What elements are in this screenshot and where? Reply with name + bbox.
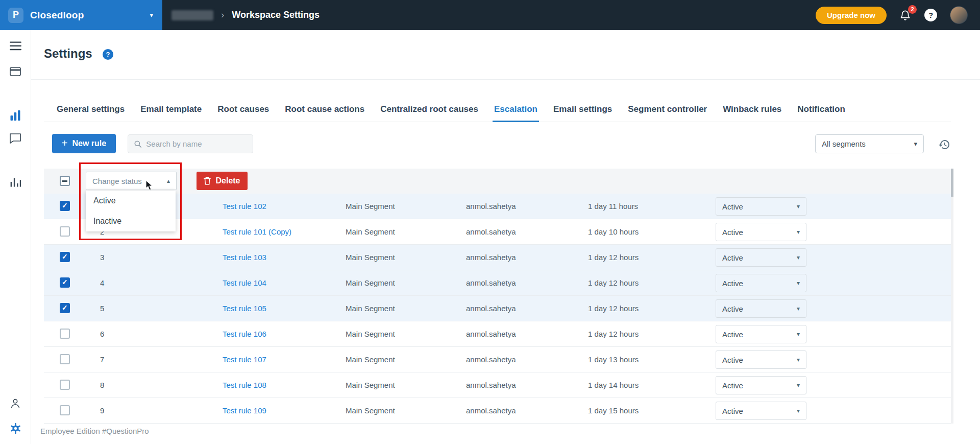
- notifications-button[interactable]: 2: [899, 9, 912, 22]
- row-status-value: Active: [722, 407, 743, 415]
- rule-name-link[interactable]: Test rule 106: [223, 321, 266, 347]
- table-row: 5 Test rule 105 Main Segment anmol.sahet…: [44, 296, 951, 321]
- row-number: 9: [100, 398, 104, 424]
- rule-name-link[interactable]: Test rule 109: [223, 398, 266, 424]
- rule-segment: Main Segment: [346, 398, 395, 424]
- row-checkbox[interactable]: [60, 277, 70, 288]
- select-all-checkbox[interactable]: [60, 176, 70, 186]
- row-checkbox[interactable]: [60, 201, 70, 211]
- rule-segment: Main Segment: [346, 194, 395, 219]
- table-row: 9 Test rule 109 Main Segment anmol.sahet…: [44, 398, 951, 424]
- settings-tab[interactable]: Root cause actions: [285, 100, 364, 122]
- search-icon: [134, 140, 141, 148]
- search-input[interactable]: [146, 139, 247, 148]
- settings-tab[interactable]: Email settings: [553, 100, 612, 122]
- row-checkbox[interactable]: [60, 329, 70, 339]
- settings-tab[interactable]: Notification: [797, 100, 845, 122]
- settings-help-icon[interactable]: ?: [103, 49, 113, 60]
- caret-down-icon: ▾: [914, 140, 917, 148]
- billing-card-icon[interactable]: [0, 67, 31, 76]
- notification-badge: 2: [908, 5, 917, 14]
- help-button[interactable]: ?: [924, 9, 937, 21]
- change-status-dropdown[interactable]: Change status ▴: [86, 172, 177, 190]
- main-content: Settings ? General settings Email templa…: [31, 30, 980, 444]
- row-status-value: Active: [722, 253, 743, 262]
- row-status-value: Active: [722, 305, 743, 313]
- rule-name-link[interactable]: Test rule 104: [223, 270, 266, 296]
- rule-name-link[interactable]: Test rule 101 (Copy): [223, 219, 291, 245]
- rule-duration: 1 day 12 hours: [588, 321, 639, 347]
- rule-duration: 1 day 12 hours: [588, 270, 639, 296]
- scrollbar-thumb[interactable]: [951, 169, 953, 197]
- breadcrumb-current: Workspace Settings: [232, 10, 320, 20]
- settings-tab[interactable]: General settings: [57, 100, 125, 122]
- brand-name: Closedloop: [30, 10, 84, 21]
- settings-tab[interactable]: Escalation: [494, 100, 537, 122]
- row-status-dropdown[interactable]: Active ▾: [716, 223, 806, 241]
- workspace-switcher[interactable]: P Closedloop ▾: [0, 0, 162, 30]
- feedback-chat-icon[interactable]: [0, 133, 31, 144]
- breadcrumb: › Workspace Settings: [172, 10, 320, 20]
- row-status-dropdown[interactable]: Active ▾: [716, 376, 806, 394]
- rule-name-link[interactable]: Test rule 107: [223, 347, 266, 372]
- caret-down-icon: ▾: [797, 203, 800, 210]
- row-checkbox[interactable]: [60, 226, 70, 237]
- caret-down-icon: ▾: [797, 254, 800, 261]
- rule-name-link[interactable]: Test rule 103: [223, 245, 266, 270]
- settings-tab[interactable]: Segment controller: [628, 100, 707, 122]
- row-checkbox[interactable]: [60, 354, 70, 364]
- row-status-dropdown[interactable]: Active ▾: [716, 402, 806, 420]
- settings-tabs: General settings Email template Root cau…: [44, 100, 951, 122]
- caret-down-icon: ▾: [797, 356, 800, 363]
- row-status-dropdown[interactable]: Active ▾: [716, 248, 806, 267]
- row-number: 3: [100, 245, 104, 270]
- segments-dropdown[interactable]: All segments ▾: [815, 134, 924, 153]
- upgrade-now-button[interactable]: Upgrade now: [816, 7, 887, 24]
- rule-duration: 1 day 12 hours: [588, 245, 639, 270]
- table-row: 8 Test rule 108 Main Segment anmol.sahet…: [44, 372, 951, 398]
- table-scrollbar[interactable]: [951, 169, 953, 424]
- settings-tab[interactable]: Centralized root causes: [380, 100, 478, 122]
- rule-name-link[interactable]: Test rule 105: [223, 296, 266, 321]
- rule-owner: anmol.sahetya: [466, 194, 516, 219]
- analytics-bars-icon[interactable]: [0, 177, 31, 187]
- row-status-value: Active: [722, 381, 743, 390]
- row-checkbox[interactable]: [60, 380, 70, 390]
- row-checkbox[interactable]: [60, 405, 70, 415]
- table-row: 4 Test rule 104 Main Segment anmol.sahet…: [44, 270, 951, 296]
- table-row: 3 Test rule 103 Main Segment anmol.sahet…: [44, 245, 951, 270]
- history-restore-icon[interactable]: [938, 138, 950, 151]
- caret-down-icon: ▾: [797, 382, 800, 389]
- status-menu-option[interactable]: Active: [86, 191, 176, 211]
- rule-owner: anmol.sahetya: [466, 398, 516, 424]
- change-status-label: Change status: [92, 177, 142, 185]
- rule-name-link[interactable]: Test rule 102: [223, 194, 266, 219]
- row-number: 6: [100, 321, 104, 347]
- new-rule-button[interactable]: + New rule: [52, 134, 116, 153]
- delete-button[interactable]: Delete: [197, 172, 248, 190]
- row-status-dropdown[interactable]: Active ▾: [716, 299, 806, 318]
- row-status-value: Active: [722, 356, 743, 364]
- row-status-value: Active: [722, 202, 743, 211]
- row-status-value: Active: [722, 228, 743, 237]
- dashboard-chart-icon[interactable]: [0, 110, 31, 121]
- rule-name-link[interactable]: Test rule 108: [223, 372, 266, 398]
- row-status-dropdown[interactable]: Active ▾: [716, 197, 806, 216]
- row-status-dropdown[interactable]: Active ▾: [716, 274, 806, 292]
- settings-tab[interactable]: Winback rules: [723, 100, 781, 122]
- row-checkbox[interactable]: [60, 303, 70, 313]
- table-row: 1 Test rule 102 Main Segment anmol.sahet…: [44, 194, 951, 219]
- settings-gear-icon[interactable]: [0, 423, 31, 434]
- account-person-icon[interactable]: [0, 398, 31, 409]
- hamburger-menu-icon[interactable]: [0, 41, 31, 51]
- status-menu-option[interactable]: Inactive: [86, 211, 176, 231]
- row-checkbox[interactable]: [60, 252, 70, 262]
- settings-tab[interactable]: Email template: [140, 100, 202, 122]
- header-divider: [31, 79, 980, 80]
- rule-owner: anmol.sahetya: [466, 321, 516, 347]
- settings-tab[interactable]: Root causes: [217, 100, 269, 122]
- row-status-dropdown[interactable]: Active ▾: [716, 325, 806, 343]
- rules-table-body: 1 Test rule 102 Main Segment anmol.sahet…: [44, 194, 951, 424]
- row-status-dropdown[interactable]: Active ▾: [716, 350, 806, 369]
- user-avatar[interactable]: [950, 6, 968, 24]
